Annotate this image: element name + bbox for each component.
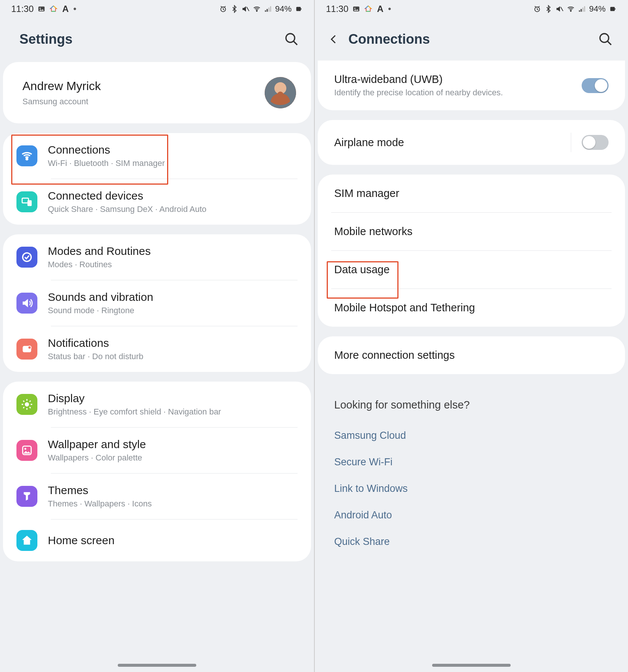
row-title: Mobile Hotspot and Tethering — [334, 302, 475, 314]
row-modes-routines[interactable]: Modes and Routines Modes · Routines — [3, 234, 311, 280]
alarm-icon — [219, 5, 227, 13]
a-icon: A — [376, 5, 384, 13]
svg-point-22 — [25, 402, 29, 406]
svg-line-30 — [30, 401, 31, 402]
row-notifications[interactable]: Notifications Status bar · Do not distur… — [3, 326, 311, 372]
link-android-auto[interactable]: Android Auto — [334, 502, 609, 528]
gesture-bar[interactable] — [432, 664, 511, 667]
wallpaper-icon — [16, 440, 37, 461]
gesture-bar[interactable] — [118, 664, 196, 667]
row-display[interactable]: Display Brightness · Eye comfort shield … — [3, 382, 311, 427]
status-more-dot: • — [73, 4, 76, 14]
airplane-toggle[interactable] — [582, 135, 609, 150]
row-uwb[interactable]: Ultra-wideband (UWB) Identify the precis… — [318, 61, 625, 110]
svg-point-11 — [286, 34, 295, 42]
row-title: Notifications — [48, 337, 298, 349]
search-button[interactable] — [284, 32, 299, 47]
svg-point-21 — [28, 346, 31, 349]
row-title: SIM manager — [334, 187, 399, 200]
row-connections[interactable]: Connections Wi-Fi · Bluetooth · SIM mana… — [3, 133, 311, 179]
svg-rect-42 — [610, 7, 615, 11]
row-title: Themes — [48, 484, 298, 497]
svg-rect-5 — [265, 10, 266, 12]
routines-icon — [16, 247, 37, 268]
back-button[interactable] — [328, 34, 339, 45]
svg-line-27 — [23, 401, 24, 402]
airplane-card: Airplane mode — [318, 120, 625, 165]
row-sub: Themes · Wallpapers · Icons — [48, 499, 298, 509]
row-title: Home screen — [48, 534, 298, 547]
a-icon: A — [61, 5, 70, 13]
svg-line-45 — [607, 41, 611, 45]
group-display: Display Brightness · Eye comfort shield … — [3, 382, 311, 561]
notifications-icon — [16, 339, 37, 360]
row-sub: Sound mode · Ringtone — [48, 306, 298, 315]
svg-point-1 — [40, 8, 41, 9]
bluetooth-icon — [230, 5, 238, 13]
row-sub: Brightness · Eye comfort shield · Naviga… — [48, 407, 298, 417]
svg-line-28 — [30, 407, 31, 408]
row-airplane[interactable]: Airplane mode — [318, 120, 625, 165]
link-samsung-cloud[interactable]: Samsung Cloud — [334, 422, 609, 449]
svg-line-12 — [293, 41, 297, 45]
svg-line-29 — [23, 407, 24, 408]
row-more-settings[interactable]: More connection settings — [318, 336, 625, 374]
row-sub: Modes · Routines — [48, 260, 298, 269]
group-connections: Connections Wi-Fi · Bluetooth · SIM mana… — [3, 133, 311, 225]
battery-icon — [609, 5, 617, 13]
row-hotspot[interactable]: Mobile Hotspot and Tethering — [318, 289, 625, 327]
mute-icon — [555, 5, 564, 13]
svg-point-4 — [256, 10, 257, 11]
row-mobile-networks[interactable]: Mobile networks — [318, 213, 625, 250]
svg-rect-38 — [579, 10, 580, 12]
phone-connections: 11:30 A • 94% Connections — [314, 0, 628, 672]
alarm-icon — [533, 5, 541, 13]
toggle-separator — [571, 133, 571, 152]
svg-line-36 — [561, 7, 563, 11]
svg-point-16 — [26, 158, 28, 160]
svg-rect-8 — [270, 6, 271, 12]
row-sim-manager[interactable]: SIM manager — [318, 175, 625, 212]
row-title: Connections — [48, 144, 298, 156]
sound-icon — [16, 293, 37, 314]
svg-line-3 — [247, 7, 249, 11]
mute-icon — [241, 5, 250, 13]
row-title: Display — [48, 392, 298, 405]
samsung-account-row[interactable]: Andrew Myrick Samsung account — [3, 62, 311, 123]
svg-rect-18 — [27, 200, 31, 206]
svg-rect-43 — [615, 8, 616, 10]
looking-section: Looking for something else? Samsung Clou… — [315, 384, 628, 570]
display-icon — [16, 394, 37, 415]
row-title: Modes and Routines — [48, 245, 298, 258]
row-data-usage[interactable]: Data usage — [318, 251, 625, 289]
uwb-card: Ultra-wideband (UWB) Identify the precis… — [318, 61, 625, 110]
row-themes[interactable]: Themes Themes · Wallpapers · Icons — [3, 474, 311, 519]
avatar[interactable] — [265, 77, 296, 108]
row-wallpaper[interactable]: Wallpaper and style Wallpapers · Color p… — [3, 428, 311, 473]
svg-point-37 — [570, 10, 571, 11]
gallery-icon — [352, 5, 360, 13]
battery-percent: 94% — [275, 4, 292, 14]
row-title: Wallpaper and style — [48, 438, 298, 451]
wifi-icon — [567, 5, 575, 13]
row-home-screen[interactable]: Home screen — [3, 520, 311, 561]
signal-icon — [264, 5, 272, 13]
search-button[interactable] — [598, 32, 613, 47]
uwb-toggle[interactable] — [582, 78, 609, 93]
connections-header: Connections — [315, 18, 628, 62]
gallery-icon — [37, 5, 46, 13]
row-sub: Identify the precise location of nearby … — [334, 88, 571, 98]
account-name: Andrew Myrick — [22, 79, 101, 93]
svg-point-15 — [277, 92, 284, 101]
row-sounds[interactable]: Sounds and vibration Sound mode · Ringto… — [3, 280, 311, 326]
link-link-to-windows[interactable]: Link to Windows — [334, 475, 609, 502]
row-connected-devices[interactable]: Connected devices Quick Share · Samsung … — [3, 179, 311, 225]
svg-point-44 — [600, 34, 609, 42]
row-title: Mobile networks — [334, 225, 413, 238]
row-title: Connected devices — [48, 189, 298, 202]
battery-icon — [295, 5, 303, 13]
status-more-dot: • — [388, 4, 391, 14]
link-secure-wifi[interactable]: Secure Wi-Fi — [334, 449, 609, 475]
link-quick-share[interactable]: Quick Share — [334, 528, 609, 555]
row-sub: Wi-Fi · Bluetooth · SIM manager — [48, 158, 298, 168]
